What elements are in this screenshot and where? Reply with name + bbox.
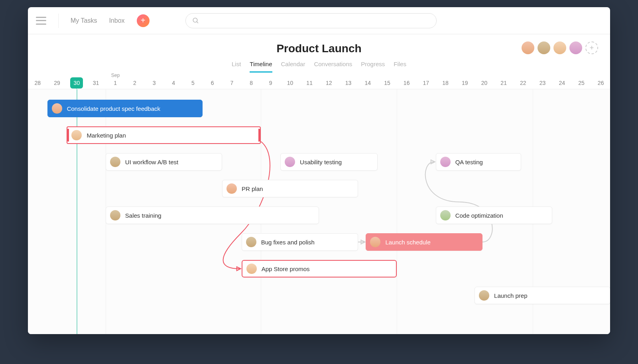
task-label: QA testing [455, 159, 483, 165]
assignee-avatar [479, 290, 489, 301]
day-marker[interactable]: 14 [358, 80, 378, 86]
day-marker[interactable]: 3 [144, 80, 164, 86]
day-marker[interactable]: 20 [475, 80, 494, 86]
search-input[interactable] [185, 13, 437, 28]
day-marker[interactable]: 15 [378, 80, 397, 86]
day-marker[interactable]: 24 [552, 80, 572, 86]
tab-calendar[interactable]: Calendar [281, 61, 305, 73]
tab-timeline[interactable]: Timeline [250, 61, 272, 73]
task-label: UI workflow A/B test [125, 159, 178, 165]
assignee-avatar [226, 183, 237, 194]
timeline-lanes[interactable]: Consolidate product spec feedbackMarketi… [28, 89, 610, 334]
day-marker[interactable]: 25 [572, 80, 591, 86]
tab-list[interactable]: List [232, 61, 241, 73]
search-field[interactable] [203, 18, 430, 24]
task-label: Code optimization [455, 212, 503, 219]
avatar[interactable] [569, 41, 582, 54]
task-card[interactable]: Bug fixes and polish [242, 233, 358, 251]
task-card[interactable]: Usability testing [280, 153, 378, 171]
day-marker[interactable]: 18 [436, 80, 455, 86]
project-title: Product Launch [40, 42, 598, 55]
task-label: Usability testing [300, 159, 342, 165]
menu-icon[interactable] [36, 17, 46, 25]
assignee-avatar [246, 264, 257, 274]
collaborator-list: + [522, 41, 598, 54]
tab-conversations[interactable]: Conversations [314, 61, 352, 73]
svg-point-0 [193, 18, 197, 22]
day-marker[interactable]: 7 [222, 80, 242, 86]
assignee-avatar [440, 210, 451, 220]
assignee-avatar [110, 157, 120, 167]
day-marker[interactable]: 11 [300, 80, 319, 86]
assignee-avatar [370, 237, 380, 247]
day-marker-today[interactable]: 30 [70, 77, 83, 89]
month-label: Sep [111, 73, 120, 78]
day-marker[interactable]: 13 [339, 80, 358, 86]
task-label: Sales training [125, 212, 161, 219]
avatar[interactable] [522, 41, 534, 54]
day-marker[interactable]: 2 [125, 80, 145, 86]
day-marker[interactable]: 16 [397, 80, 416, 86]
day-marker[interactable]: 1 [106, 80, 125, 86]
day-marker[interactable]: 8 [242, 80, 261, 86]
task-label: Marketing plan [87, 132, 126, 139]
assignee-avatar [71, 130, 82, 140]
day-marker[interactable]: 26 [591, 80, 610, 86]
tab-progress[interactable]: Progress [361, 61, 385, 73]
assignee-avatar [52, 103, 62, 114]
day-marker[interactable]: 17 [416, 80, 436, 86]
task-card[interactable]: PR plan [222, 180, 358, 197]
task-label: Launch schedule [385, 239, 430, 246]
project-header: Product Launch + List Timeline Calendar … [28, 34, 610, 73]
task-card[interactable]: Launch schedule [366, 233, 482, 251]
task-card[interactable]: App Store promos [242, 260, 397, 277]
task-label: App Store promos [262, 266, 310, 272]
task-label: Launch prep [494, 292, 527, 299]
day-marker[interactable]: 5 [183, 80, 203, 86]
task-card[interactable]: Consolidate product spec feedback [47, 100, 203, 117]
task-card[interactable]: Sales training [106, 207, 319, 224]
day-marker[interactable]: 10 [280, 80, 300, 86]
add-button[interactable]: + [137, 14, 150, 27]
task-label: Consolidate product spec feedback [67, 105, 160, 112]
day-marker[interactable]: 19 [455, 80, 475, 86]
avatar[interactable] [553, 41, 566, 54]
task-card[interactable]: Marketing plan [67, 126, 261, 144]
day-marker[interactable]: 23 [533, 80, 552, 86]
nav-my-tasks[interactable]: My Tasks [71, 17, 97, 24]
avatar[interactable] [538, 41, 550, 54]
task-card[interactable]: UI workflow A/B test [106, 153, 222, 171]
task-label: Bug fixes and polish [261, 239, 315, 246]
day-marker[interactable]: 28 [28, 80, 47, 86]
tab-files[interactable]: Files [394, 61, 406, 73]
assignee-avatar [246, 237, 256, 247]
day-marker[interactable]: 31 [86, 80, 106, 86]
task-card[interactable]: QA testing [436, 153, 521, 171]
timeline-axis: Sep2829303112345678910111213141516171819… [28, 73, 610, 89]
day-marker[interactable]: 29 [47, 80, 67, 86]
assignee-avatar [440, 157, 451, 167]
day-marker[interactable]: 22 [514, 80, 533, 86]
day-marker[interactable]: 12 [319, 80, 339, 86]
day-marker[interactable]: 9 [261, 80, 280, 86]
top-bar: My Tasks Inbox + [28, 7, 610, 34]
add-collaborator-button[interactable]: + [585, 41, 598, 54]
task-label: PR plan [242, 185, 263, 192]
view-tabs: List Timeline Calendar Conversations Pro… [40, 61, 598, 73]
app-frame: My Tasks Inbox + Product Launch + List T… [28, 7, 610, 334]
nav-inbox[interactable]: Inbox [109, 17, 124, 24]
day-marker[interactable]: 4 [164, 80, 183, 86]
assignee-avatar [110, 210, 120, 220]
svg-line-1 [197, 22, 198, 23]
day-marker[interactable]: 21 [494, 80, 514, 86]
divider [58, 14, 59, 28]
search-icon [192, 17, 199, 24]
task-card[interactable]: Launch prep [475, 287, 610, 304]
task-card[interactable]: Code optimization [436, 207, 552, 224]
day-marker[interactable]: 6 [203, 80, 222, 86]
assignee-avatar [285, 157, 295, 167]
